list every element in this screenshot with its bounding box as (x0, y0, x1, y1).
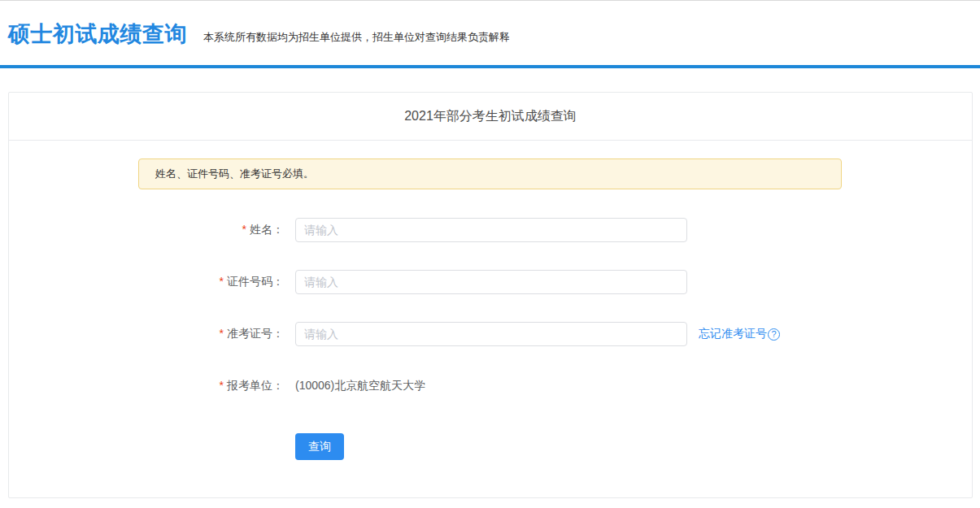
id-number-input[interactable] (295, 270, 687, 294)
required-fields-alert: 姓名、证件号码、准考证号必填。 (138, 158, 842, 189)
ticket-number-input[interactable] (295, 322, 687, 346)
name-label-text: 姓名： (250, 223, 284, 236)
ticket-number-label: *准考证号： (9, 327, 284, 341)
id-number-label-text: 证件号码： (227, 275, 284, 288)
score-query-form: *姓名： *证件号码： *准考证号： 忘记准考证号? *报考单位： (10006… (9, 218, 972, 460)
form-row-id-number: *证件号码： (9, 270, 972, 294)
query-button[interactable]: 查询 (295, 433, 344, 460)
target-unit-value: (10006)北京航空航天大学 (295, 379, 425, 393)
header-divider-bar (0, 65, 980, 68)
required-asterisk: * (220, 275, 224, 288)
forget-ticket-link[interactable]: 忘记准考证号? (699, 327, 780, 341)
page-header: 硕士初试成绩查询 本系统所有数据均为招生单位提供，招生单位对查询结果负责解释 (0, 0, 980, 65)
target-unit-label: *报考单位： (9, 379, 284, 393)
required-asterisk: * (242, 223, 246, 236)
target-unit-label-text: 报考单位： (227, 379, 284, 392)
ticket-number-label-text: 准考证号： (227, 327, 284, 340)
button-row: 查询 (9, 433, 972, 460)
name-input[interactable] (295, 218, 687, 242)
panel-body: 姓名、证件号码、准考证号必填。 *姓名： *证件号码： *准考证号： 忘记准考证… (9, 141, 972, 460)
id-number-label: *证件号码： (9, 275, 284, 289)
page-title: 硕士初试成绩查询 (8, 23, 187, 47)
form-row-ticket-number: *准考证号： 忘记准考证号? (9, 322, 972, 346)
alert-text: 姓名、证件号码、准考证号必填。 (155, 167, 314, 181)
required-asterisk: * (220, 327, 224, 340)
page-subtitle: 本系统所有数据均为招生单位提供，招生单位对查询结果负责解释 (203, 30, 510, 47)
required-asterisk: * (220, 379, 224, 392)
panel-title-row: 2021年部分考生初试成绩查询 (9, 93, 972, 141)
forget-ticket-link-text: 忘记准考证号 (699, 327, 767, 341)
query-panel: 2021年部分考生初试成绩查询 姓名、证件号码、准考证号必填。 *姓名： *证件… (8, 92, 973, 498)
name-label: *姓名： (9, 223, 284, 237)
form-row-target-unit: *报考单位： (10006)北京航空航天大学 (9, 374, 972, 398)
panel-title: 2021年部分考生初试成绩查询 (404, 108, 577, 125)
form-row-name: *姓名： (9, 218, 972, 242)
question-circle-icon: ? (768, 328, 780, 341)
